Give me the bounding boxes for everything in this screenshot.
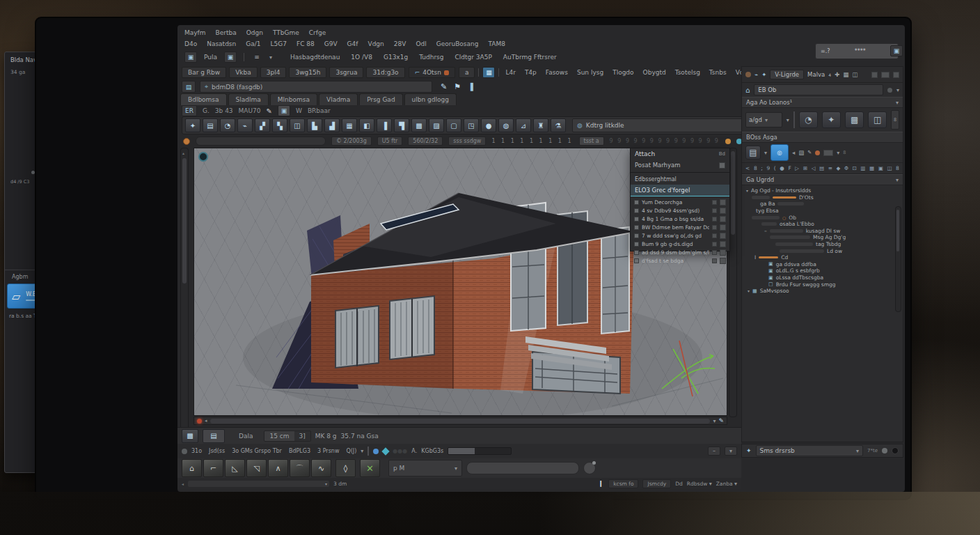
toggle-off-icon[interactable]	[892, 447, 899, 454]
tree-row[interactable]: ▾ ▦ SaMvspsoo	[745, 288, 900, 295]
view-tab[interactable]: Prsg Gad	[359, 93, 402, 105]
view-tab[interactable]: Mlnbomsa	[270, 93, 317, 105]
section-header[interactable]: Aga Ao Loanos¹ ▾	[742, 97, 903, 108]
tool-icon[interactable]: ✦	[185, 118, 200, 132]
menu-item[interactable]: Vdgn	[368, 40, 384, 47]
menu-item[interactable]: FC 88	[297, 40, 315, 47]
section-header[interactable]: BOss Asga	[742, 132, 903, 143]
layer-icon[interactable]	[720, 258, 726, 264]
pin-icon[interactable]	[182, 449, 187, 454]
block-icon[interactable]: ▣	[278, 105, 290, 116]
close-tool-button[interactable]: ✕	[360, 459, 380, 477]
tool-icon[interactable]: ◳	[464, 118, 479, 132]
menu-item[interactable]: Hasbagdtdenau	[290, 54, 340, 61]
tool-icon[interactable]: ▟	[324, 118, 340, 132]
chevron-down-icon[interactable]: ▾	[837, 150, 839, 156]
renderer-label[interactable]: BRbaar	[308, 107, 331, 114]
pen-icon[interactable]: ✎	[267, 107, 272, 115]
context-menu-subitem[interactable]: 7 w ddd ssw'g o(,ds gd	[631, 231, 729, 240]
strip-icon[interactable]: ▷	[795, 165, 799, 171]
strip-icon[interactable]: ▤	[819, 165, 824, 171]
view-origin-badge-icon[interactable]	[198, 152, 208, 162]
menu-item[interactable]: Odl	[416, 40, 426, 47]
menu-item[interactable]: T4p	[525, 69, 537, 76]
menu-item[interactable]: GeoruBosang	[436, 40, 479, 47]
coord-x-field[interactable]: © 2/2003g	[331, 137, 372, 146]
tree-row[interactable]: ▾ Ag Ogd - Insutrtsrsldds	[745, 187, 900, 194]
data-label[interactable]: Dala	[239, 433, 253, 440]
menu-item[interactable]: G4f	[347, 40, 358, 47]
scale-alt[interactable]: 3]	[294, 431, 310, 441]
tree-row[interactable]: Ld ow	[745, 247, 900, 254]
value-bar[interactable]	[777, 202, 804, 206]
tree-row[interactable]: tag Tsbdg	[745, 241, 900, 248]
panel-scrollbar[interactable]	[895, 206, 901, 312]
menu-item[interactable]: L5G7	[271, 40, 287, 47]
option-item[interactable]: BdPLG3	[289, 448, 310, 454]
status-orange-icon[interactable]	[725, 139, 731, 144]
state-icon[interactable]	[712, 200, 717, 205]
context-menu-item[interactable]: Posat Marhyam	[631, 160, 729, 171]
state-icon[interactable]	[712, 258, 717, 263]
menu-item[interactable]: L4r	[505, 69, 515, 76]
dd-label[interactable]: Dd	[675, 481, 683, 487]
chevron-down-icon[interactable]: ▾	[896, 87, 899, 93]
strip-icon[interactable]: F	[788, 165, 791, 171]
zoom-slider[interactable]: ▾	[188, 481, 329, 487]
layer-icon[interactable]	[720, 249, 726, 256]
menu-item[interactable]: Ga/1	[246, 40, 260, 47]
chevron-down-button[interactable]: ▾	[725, 447, 737, 456]
menu-item[interactable]: TTbGme	[273, 29, 299, 36]
toolbar-button[interactable]: Bar g Rbw	[182, 67, 226, 78]
strip-icon[interactable]: ●	[780, 165, 784, 171]
menu-item[interactable]: Nasatdsn	[207, 40, 236, 47]
strip-icon[interactable]: ◁	[812, 165, 816, 171]
graph-icon[interactable]: ◫	[868, 111, 887, 128]
tree-row[interactable]: ▣ oLssa ddTbscsgba	[745, 274, 900, 281]
strip-icon[interactable]: 9	[766, 165, 770, 171]
tool-icon[interactable]: ⌁	[237, 118, 253, 132]
menu-item[interactable]: Tlogdo	[612, 69, 633, 76]
zoom-label[interactable]: G.	[203, 107, 210, 114]
menu-item[interactable]: Tudhrsg	[419, 54, 443, 61]
view-tab[interactable]: Vladma	[319, 93, 358, 105]
strip-icon[interactable]: ;	[761, 165, 763, 171]
scrollbar-thumb[interactable]	[182, 158, 187, 284]
scale-label[interactable]: MAU70	[239, 107, 261, 114]
chevron-down-icon[interactable]: ▾	[764, 150, 767, 156]
left-scrollbar[interactable]: ▴	[180, 148, 189, 442]
list-icon[interactable]: ≡	[251, 52, 262, 62]
option-item[interactable]: Q(J)	[346, 448, 356, 454]
value-bar[interactable]	[770, 229, 803, 233]
layer-icon[interactable]	[720, 224, 726, 231]
tool-icon[interactable]: ◫	[290, 118, 305, 132]
value-bar[interactable]	[775, 242, 813, 246]
layer-icon[interactable]	[720, 241, 726, 247]
coord-y-field[interactable]: U5 ftr	[377, 137, 403, 146]
search-input[interactable]: ⌖ bdmD8 (fasgdb)	[200, 81, 432, 93]
chevron-left-icon[interactable]: ◂	[182, 481, 184, 486]
gem-icon[interactable]	[382, 447, 390, 455]
menu-item[interactable]: Cldtgr 3A5P	[455, 54, 492, 61]
tool-icon[interactable]: ▢	[446, 118, 461, 132]
strip-icon[interactable]: <	[745, 165, 750, 171]
strip-icon[interactable]: ≡	[828, 165, 832, 171]
menu-item[interactable]: G13x1g	[384, 54, 408, 61]
value-bar[interactable]	[761, 222, 777, 226]
status-button-1[interactable]: kcsm fo	[608, 479, 638, 488]
menu-item[interactable]: 1O /V8	[351, 54, 372, 61]
tree-row[interactable]: ○ Ob	[745, 214, 900, 221]
strip-icon[interactable]: ◆	[837, 165, 841, 171]
tool-icon[interactable]: ▤	[203, 118, 218, 132]
chevron-down-icon[interactable]: ▾	[713, 418, 716, 424]
context-menu-subitem[interactable]: Bum 9 gb g-ds.digd	[631, 240, 729, 248]
sketch-tool-button[interactable]: ⌂	[182, 459, 202, 477]
state-icon[interactable]	[712, 208, 717, 213]
panel-tab-active[interactable]: V-Ligrde	[770, 70, 804, 79]
hatch-icon[interactable]: ▨	[798, 149, 804, 156]
fill-icon[interactable]: ▤	[745, 146, 761, 160]
menu-item[interactable]: Mayfm	[184, 29, 206, 36]
context-menu-item-selected[interactable]: ELO3 Grec d'forgel	[631, 185, 729, 196]
hatch-sphere-icon[interactable]: ◔	[799, 111, 818, 128]
pen-icon[interactable]: ✎	[441, 82, 447, 91]
